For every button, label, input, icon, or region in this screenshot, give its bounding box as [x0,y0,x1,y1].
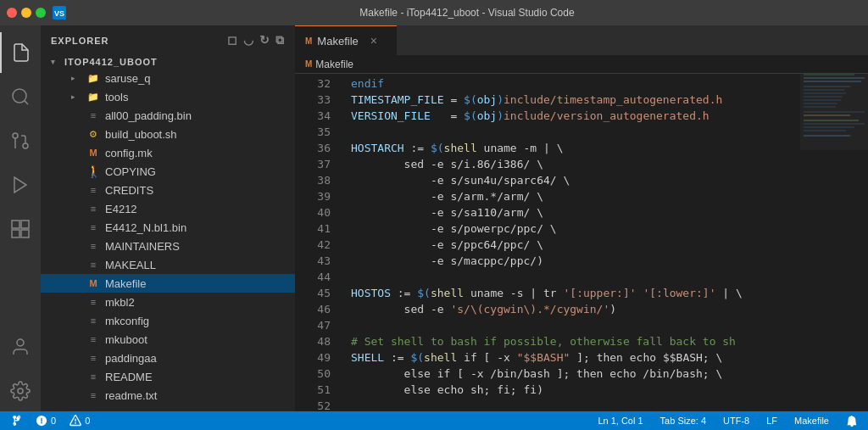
error-count[interactable]: 0 [32,415,59,427]
cursor-position[interactable]: Ln 1, Col 1 [594,416,646,426]
makefile-icon: M [86,276,100,290]
window-controls[interactable] [7,8,46,18]
file-name: all00_padding.bin [105,109,192,122]
file-name: saruse_q [105,72,150,85]
tab-makefile[interactable]: M Makefile × [295,25,397,55]
tree-item-E4212[interactable]: ≡ E4212 [41,199,295,218]
tree-item-E4412[interactable]: ≡ E4412_N.bl1.bin [41,218,295,237]
new-folder-icon[interactable]: ◡ [243,33,254,47]
explorer-activity-item[interactable] [0,32,41,73]
file-icon: ≡ [86,351,100,365]
tree-item-config[interactable]: M config.mk [41,143,295,162]
svg-point-13 [18,388,23,394]
code-line-33: TIMESTAMP_FILE = $(obj)include/timestamp… [337,92,800,108]
bell-icon [846,415,858,427]
tree-item-mkbl2[interactable]: ≡ mkbl2 [41,293,295,311]
makefile-icon: M [86,146,100,159]
extensions-icon [10,219,31,239]
code-line-32: endif [337,75,800,92]
debug-activity-item[interactable] [0,165,41,205]
file-icon: ≡ [86,258,100,271]
tree-item-mkconfig[interactable]: ≡ mkconfig [41,311,295,330]
error-icon [36,415,47,427]
line-ending-indicator[interactable]: LF [763,416,781,426]
warning-number: 0 [85,416,90,426]
new-file-icon[interactable]: ◻ [227,33,238,47]
code-line-50: else if [ -x /bin/bash ]; then echo /bin… [337,366,800,382]
tree-root-itop4412[interactable]: ITOP4412_UBOOT [41,55,295,69]
tab-size-indicator[interactable]: Tab Size: 4 [657,416,709,426]
refresh-icon[interactable]: ↻ [259,33,270,47]
encoding-indicator[interactable]: UTF-8 [720,416,753,426]
tree-item-tools[interactable]: 📁 tools [41,87,295,106]
tree-item-mkuboot[interactable]: ≡ mkuboot [41,330,295,349]
code-line-36: HOSTARCH := $(shell uname -m | \ [337,140,800,156]
extensions-activity-item[interactable] [0,209,41,249]
tree-item-all00[interactable]: ≡ all00_padding.bin [41,106,295,125]
file-name: mkuboot [105,333,147,346]
tree-item-MAKEALL[interactable]: ≡ MAKEALL [41,255,295,274]
search-activity-item[interactable] [0,76,41,117]
debug-icon [10,175,31,195]
git-status[interactable] [7,415,25,427]
file-name: MAKEALL [105,259,156,271]
tree-item-MAINTAINERS[interactable]: ≡ MAINTAINERS [41,237,295,255]
code-line-46: sed -e 's/\(cygwin\).*/cygwin/') [337,301,800,317]
settings-activity-item[interactable] [0,371,41,411]
code-line-41: -e s/powerpc/ppc/ \ [337,221,800,237]
svg-rect-8 [12,221,19,228]
tree-item-COPYING[interactable]: 🚶 COPYING [41,162,295,181]
svg-point-4 [23,143,28,148]
maximize-button[interactable] [36,8,46,18]
code-content[interactable]: endif TIMESTAMP_FILE = $(obj)include/tim… [337,74,800,411]
minimap [800,74,868,411]
tree-item-saruse_q[interactable]: 📁 saruse_q [41,69,295,87]
collapse-icon[interactable]: ⧉ [275,33,285,47]
warning-count[interactable]: 0 [66,415,93,427]
window-title: Makefile - iTop4412_uboot - Visual Studi… [73,7,861,19]
notifications-button[interactable] [843,415,861,427]
tree-item-build_uboot[interactable]: ⚙ build_uboot.sh [41,125,295,143]
file-name: CREDITS [105,184,153,197]
tree-item-paddingaa[interactable]: ≡ paddingaa [41,349,295,367]
ln-col-label: Ln 1, Col 1 [598,416,643,426]
file-name: build_uboot.sh [105,128,177,141]
source-control-activity-item[interactable] [0,120,41,161]
svg-rect-32 [800,74,868,150]
code-line-43: -e s/macppc/ppc/) [337,253,800,269]
editor-area: M Makefile × M Makefile 32 33 34 35 36 3… [295,25,868,411]
search-icon [10,87,31,107]
language-indicator[interactable]: Makefile [791,416,832,426]
file-icon: ≡ [86,221,100,234]
code-line-47 [337,317,800,333]
git-branch-icon [10,415,22,427]
sidebar: EXPLORER ◻ ◡ ↻ ⧉ ITOP4412_UBOOT 📁 saruse… [41,25,295,411]
svg-point-5 [13,133,18,138]
activity-bar [0,25,41,411]
svg-line-3 [25,101,28,104]
minimize-button[interactable] [21,8,31,18]
svg-rect-9 [21,221,29,228]
folder-icon: 📁 [86,71,100,85]
account-activity-item[interactable] [0,327,41,367]
tree-item-Makefile[interactable]: M Makefile [41,274,295,293]
file-icon: ≡ [86,202,100,215]
tree-item-readme-txt[interactable]: ≡ readme.txt [41,386,295,405]
tab-size-label: Tab Size: 4 [660,416,706,426]
tree-item-CREDITS[interactable]: ≡ CREDITS [41,181,295,199]
line-ending-label: LF [766,416,777,426]
code-editor[interactable]: 32 33 34 35 36 37 38 39 40 41 42 43 44 4… [295,74,868,411]
close-button[interactable] [7,8,17,18]
tab-close-button[interactable]: × [367,34,381,47]
file-name: mkbl2 [105,296,135,309]
code-line-49: SHELL := $(shell if [ -x "$$BASH" ]; the… [337,349,800,366]
file-name: Makefile [105,277,146,290]
tab-bar: M Makefile × [295,25,868,55]
folder-icon: 📁 [86,90,100,103]
tree-item-README[interactable]: ≡ README [41,367,295,386]
file-icon: ≡ [86,239,100,253]
file-name: E4412_N.bl1.bin [105,221,186,234]
svg-text:VS: VS [54,9,64,18]
app-icon: VS [53,6,66,20]
folder-chevron [71,92,81,101]
